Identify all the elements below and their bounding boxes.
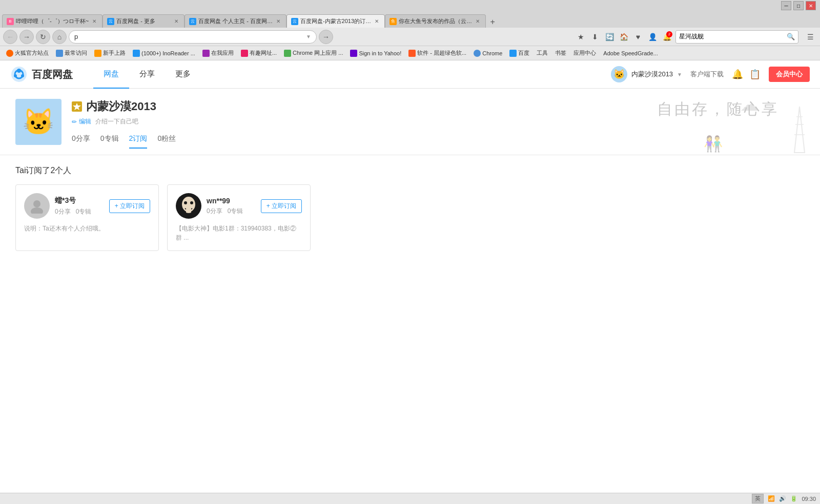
bookmark-funurl[interactable]: 有趣网址...: [238, 48, 280, 58]
svg-point-2: [17, 69, 21, 73]
tab-3[interactable]: 云 百度网盘-内蒙古2013的订… ✕: [286, 14, 385, 28]
home-nav-icon[interactable]: 🏠: [617, 30, 630, 44]
heart-icon[interactable]: ♥: [631, 30, 645, 44]
user-card-desc-0: 说明：Ta还木有个人介绍哦。: [24, 224, 150, 233]
tab-close-2[interactable]: ✕: [275, 18, 282, 25]
address-menu-icon: ▼: [306, 34, 311, 39]
vip-badge-icon: [72, 102, 81, 111]
header-nav-wangpan[interactable]: 网盘: [93, 60, 129, 89]
bookmark-newbie[interactable]: 新手上路: [91, 48, 129, 58]
bookmark-inoreader[interactable]: (1000+) InoReader ...: [130, 49, 198, 58]
clipboard-icon[interactable]: 📋: [749, 69, 761, 80]
user-card-header-1: wn**99 0分享 0专辑 + 立即订阅: [176, 193, 302, 219]
back-button[interactable]: ←: [3, 30, 17, 44]
tab-close-0[interactable]: ✕: [91, 18, 98, 25]
tab-favicon-0: B: [7, 18, 14, 25]
download-action[interactable]: 客户端下载: [690, 70, 724, 79]
bookmark-label-funurl: 有趣网址...: [250, 49, 277, 57]
search-input[interactable]: [679, 33, 787, 40]
user-icon[interactable]: 👤: [646, 30, 659, 44]
profile-content: 🐱 内蒙沙漠2013 ✏ 编辑 介绍一下自己吧: [15, 99, 805, 149]
user-name: 内蒙沙漠2013: [631, 70, 673, 79]
maximize-btn[interactable]: □: [793, 1, 804, 10]
stat-tab-subscribe[interactable]: 2订阅: [129, 130, 148, 149]
search-bar[interactable]: 🔍: [675, 30, 798, 44]
profile-name: 内蒙沙漠2013: [86, 99, 156, 114]
user-card-info-1: wn**99 0分享 0专辑: [207, 197, 256, 216]
bookmark-myapp[interactable]: 在我应用: [199, 48, 237, 58]
bookmark-chrome[interactable]: Chrome: [470, 49, 505, 58]
user-info[interactable]: 🐱 内蒙沙漠2013 ▼: [611, 66, 682, 82]
profile-name-row: 内蒙沙漠2013: [72, 99, 805, 114]
baidupan-header: 百度网盘 网盘 分享 更多 🐱 内蒙沙漠2013 ▼ 客户端下载 🔔 📋 会员中…: [0, 60, 820, 89]
tab-2[interactable]: 云 百度网盘 个人主页 - 百度网… ✕: [184, 14, 286, 28]
header-icons: 🔔 📋: [732, 69, 761, 80]
bookmarks-icon[interactable]: ★: [574, 30, 587, 44]
bookmark-appcenter[interactable]: 应用中心: [570, 48, 599, 58]
bookmark-favicon-chrome: [474, 50, 481, 57]
tab-1[interactable]: 云 百度网盘 - 更多 ✕: [102, 14, 184, 28]
profile-edit[interactable]: ✏ 编辑 介绍一下自己吧: [72, 117, 805, 126]
user-card-1: wn**99 0分享 0专辑 + 立即订阅 【电影大神】电影1群：3199403…: [167, 184, 311, 251]
subscribe-btn-1[interactable]: + 立即订阅: [261, 199, 302, 213]
edit-icon: ✏: [72, 118, 77, 125]
svg-point-3: [21, 74, 24, 77]
home-button[interactable]: ⌂: [52, 30, 67, 44]
sync-icon[interactable]: 🔄: [603, 30, 616, 44]
go-button[interactable]: →: [319, 30, 333, 44]
header-nav-share[interactable]: 分享: [129, 60, 165, 89]
bookmark-chrome-store[interactable]: Chrome 网上应用 ...: [281, 48, 346, 58]
stat-label-fans: 粉丝: [161, 134, 176, 142]
language-indicator[interactable]: 英: [752, 494, 764, 503]
vip-button[interactable]: 会员中心: [769, 67, 810, 82]
baidupan-logo[interactable]: 百度网盘: [10, 66, 73, 83]
stat-tab-album[interactable]: 0专辑: [100, 130, 119, 149]
tab-close-3[interactable]: ✕: [373, 18, 380, 25]
bookmark-label-newbie: 新手上路: [103, 49, 126, 57]
tab-close-4[interactable]: ✕: [474, 18, 481, 25]
address-bar[interactable]: ▼: [69, 30, 317, 44]
new-tab-button[interactable]: +: [486, 16, 499, 28]
user-card-name-0: 蠕*3号: [55, 196, 104, 205]
bookmark-favicon-baidu: [509, 50, 517, 57]
user-card-albums-1: 0专辑: [228, 207, 243, 216]
bookmark-yahoo[interactable]: Sign in to Yahoo!: [347, 49, 404, 58]
clock: 09:30: [802, 496, 816, 502]
tab-4[interactable]: 鱼 你在大鱼号发布的作品（云… ✕: [385, 14, 486, 28]
menu-icon[interactable]: ☰: [804, 30, 817, 44]
tab-label-4: 你在大鱼号发布的作品（云…: [399, 17, 472, 25]
bell-icon[interactable]: 🔔: [732, 69, 743, 80]
address-input[interactable]: [74, 33, 304, 40]
tab-0[interactable]: B 哔哩哔哩（゜-゜）つロ干杯~ ✕: [2, 14, 102, 28]
header-nav-more[interactable]: 更多: [165, 60, 201, 89]
bookmark-label-tools: 工具: [537, 49, 548, 57]
tab-close-1[interactable]: ✕: [173, 18, 180, 25]
stat-tab-share[interactable]: 0分享: [72, 130, 90, 149]
bookmark-visited[interactable]: 最常访问: [53, 48, 90, 58]
bookmark-favicon-newbie: [94, 50, 101, 57]
bookmark-adobe[interactable]: Adobe SpeedGrade...: [600, 49, 661, 57]
bookmark-label-myapp: 在我应用: [211, 49, 234, 57]
bookmark-tools[interactable]: 工具: [534, 48, 551, 58]
window-controls: ─ □ ✕: [781, 1, 816, 10]
subscribe-btn-0[interactable]: + 立即订阅: [109, 199, 150, 213]
minimize-btn[interactable]: ─: [781, 1, 791, 10]
header-right: 🐱 内蒙沙漠2013 ▼ 客户端下载 🔔 📋 会员中心: [611, 66, 810, 82]
bookmark-favicon-funurl: [241, 50, 248, 57]
reload-button[interactable]: ↻: [36, 30, 50, 44]
bookmark-software[interactable]: 软件 - 屈超绿色软...: [405, 48, 469, 58]
forward-button[interactable]: →: [19, 30, 34, 44]
tab-label-1: 百度网盘 - 更多: [116, 17, 171, 25]
stat-tab-fans[interactable]: 0粉丝: [157, 130, 176, 149]
baidupan-logo-icon: [10, 66, 28, 83]
user-dropdown-icon: ▼: [677, 72, 682, 77]
stat-label-album: 专辑: [105, 134, 119, 142]
download-icon[interactable]: ⬇: [588, 30, 602, 44]
bookmark-firefox[interactable]: 火狐官方站点: [3, 48, 52, 58]
close-btn[interactable]: ✕: [806, 1, 816, 10]
notification-icon[interactable]: 🔔2: [660, 30, 673, 44]
stat-value-share: 0: [72, 134, 76, 142]
bookmark-shujian[interactable]: 书签: [552, 48, 569, 58]
search-icon[interactable]: 🔍: [787, 33, 795, 40]
bookmark-baidu[interactable]: 百度: [506, 48, 532, 58]
